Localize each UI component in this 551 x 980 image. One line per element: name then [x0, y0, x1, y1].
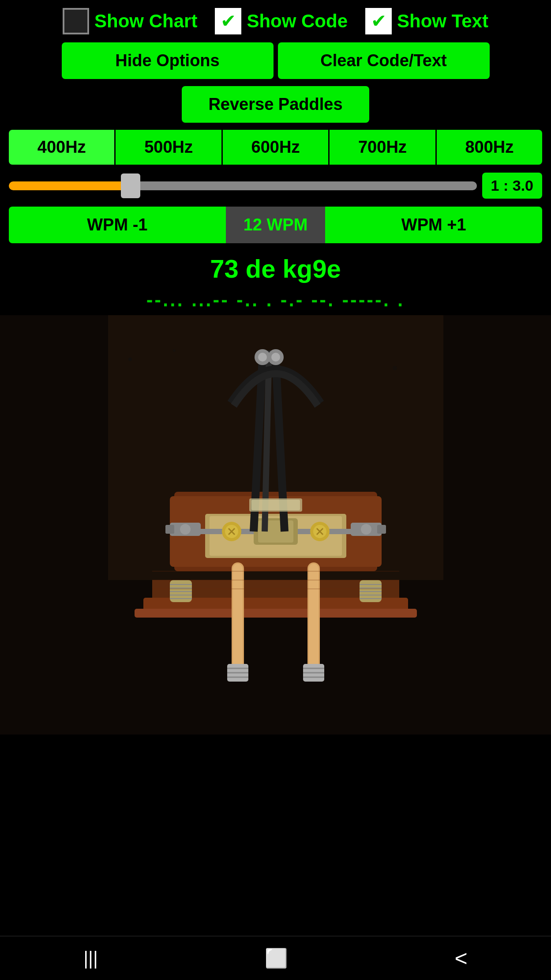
wpm-plus-button[interactable]: WPM +1	[325, 207, 542, 243]
slider-value-display: 1 : 3.0	[482, 173, 542, 199]
telegraph-svg	[108, 315, 443, 735]
home-nav-icon[interactable]: ⬜	[265, 947, 288, 969]
reverse-paddles-row: Reverse Paddles	[0, 83, 551, 126]
telegraph-key-image	[0, 315, 551, 735]
menu-nav-icon[interactable]: |||	[83, 948, 98, 969]
reverse-paddles-button[interactable]: Reverse Paddles	[182, 86, 369, 123]
svg-rect-29	[165, 525, 174, 534]
svg-point-7	[393, 366, 397, 370]
freq-600hz-button[interactable]: 600Hz	[223, 130, 330, 165]
options-button-row: Hide Options Clear Code/Text	[0, 39, 551, 83]
svg-point-26	[258, 353, 267, 362]
checkbox-row: ✔ Show Chart ✔ Show Code ✔ Show Text	[0, 0, 551, 39]
wpm-minus-button[interactable]: WPM -1	[9, 207, 226, 243]
svg-rect-32	[377, 525, 386, 534]
show-code-checkbox[interactable]: ✔	[215, 8, 241, 34]
svg-point-30	[180, 524, 191, 535]
show-chart-label: Show Chart	[94, 11, 197, 32]
svg-point-33	[361, 524, 371, 535]
show-chart-checkbox[interactable]: ✔	[63, 8, 89, 34]
slider-track[interactable]	[9, 181, 477, 190]
show-chart-group[interactable]: ✔ Show Chart	[63, 8, 197, 34]
show-text-label: Show Text	[397, 11, 488, 32]
checkmark-icon: ✔	[371, 12, 386, 30]
wpm-current-display: 12 WPM	[226, 207, 326, 243]
checkmark-icon: ✔	[221, 12, 236, 30]
hide-options-button[interactable]: Hide Options	[62, 42, 274, 79]
freq-800hz-button[interactable]: 800Hz	[437, 130, 542, 165]
text-output-display: 73 de kg9e	[0, 247, 551, 286]
svg-point-5	[128, 358, 132, 361]
frequency-selector: 400Hz 500Hz 600Hz 700Hz 800Hz	[0, 126, 551, 168]
svg-rect-37	[309, 564, 319, 676]
svg-rect-35	[233, 564, 243, 676]
svg-rect-62	[251, 500, 300, 510]
show-code-group[interactable]: ✔ Show Code	[215, 8, 348, 34]
show-text-checkbox[interactable]: ✔	[365, 8, 392, 34]
wpm-row: WPM -1 12 WPM WPM +1	[0, 203, 551, 247]
back-nav-icon[interactable]: <	[455, 946, 468, 971]
freq-700hz-button[interactable]: 700Hz	[330, 130, 436, 165]
slider-thumb[interactable]	[121, 173, 140, 198]
svg-point-27	[271, 353, 280, 362]
clear-code-text-button[interactable]: Clear Code/Text	[278, 42, 490, 79]
show-text-group[interactable]: ✔ Show Text	[365, 8, 488, 34]
freq-400hz-button[interactable]: 400Hz	[9, 130, 116, 165]
svg-rect-3	[135, 609, 417, 618]
dit-dah-slider-row: 1 : 3.0	[0, 168, 551, 203]
svg-point-6	[173, 349, 176, 352]
freq-500hz-button[interactable]: 500Hz	[116, 130, 222, 165]
navigation-bar: ||| ⬜ <	[0, 936, 551, 980]
morse-output-display: --... ...-- -.. . -.- --. -----. .	[0, 286, 551, 315]
show-code-label: Show Code	[247, 11, 348, 32]
